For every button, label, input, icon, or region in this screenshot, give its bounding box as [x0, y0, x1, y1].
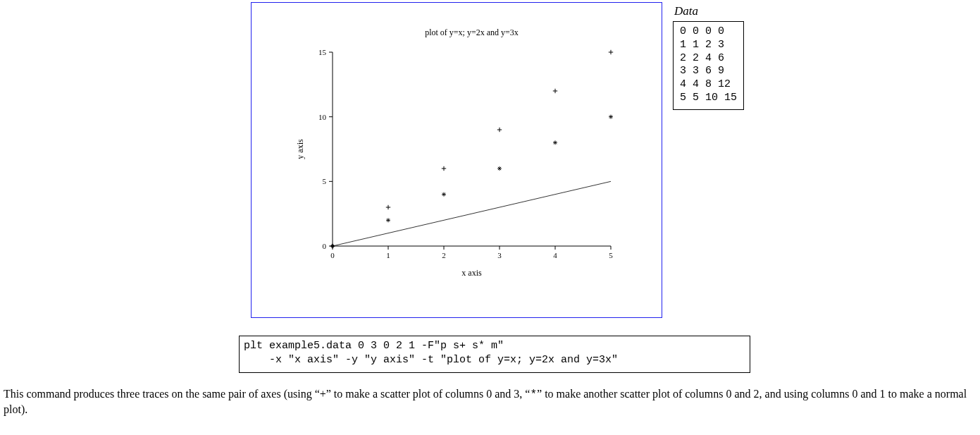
- marker-plus: [330, 244, 335, 248]
- svg-text:15: 15: [318, 48, 327, 56]
- command-line-2: -x "x axis" -y "y axis" -t "plot of y=x;…: [244, 354, 618, 366]
- data-heading: Data: [674, 4, 698, 18]
- marker-plus: [553, 89, 557, 93]
- svg-text:10: 10: [318, 113, 327, 121]
- chart-title: plot of y=x; y=2x and y=3x: [425, 27, 519, 37]
- svg-text:0: 0: [330, 251, 335, 259]
- svg-text:2: 2: [442, 251, 446, 259]
- caption-code-star: *: [530, 388, 537, 401]
- marker-plus: [386, 205, 390, 209]
- chart-svg: plot of y=x; y=2x and y=3x012345051015x …: [252, 3, 662, 317]
- svg-text:3: 3: [497, 251, 502, 259]
- svg-text:0: 0: [323, 242, 327, 250]
- svg-text:4: 4: [553, 251, 557, 259]
- marker-plus: [497, 128, 502, 132]
- chart-container: plot of y=x; y=2x and y=3x012345051015x …: [251, 2, 662, 318]
- caption-part-a: This command produces three traces on th…: [4, 388, 530, 400]
- marker-star: [553, 140, 557, 145]
- svg-text:1: 1: [386, 251, 390, 259]
- marker-star: [497, 166, 502, 171]
- axes: [333, 52, 611, 246]
- svg-text:5: 5: [609, 251, 613, 259]
- command-line-1: plt example5.data 0 3 0 2 1 -F"p s+ s* m…: [244, 340, 504, 352]
- series-line: [333, 181, 611, 246]
- x-axis-label: x axis: [461, 268, 482, 278]
- marker-star: [609, 115, 613, 119]
- marker-plus: [609, 50, 613, 54]
- caption: This command produces three traces on th…: [4, 387, 976, 417]
- y-axis-label: y axis: [295, 139, 305, 159]
- data-table: 0 0 0 0 1 1 2 3 2 2 4 6 3 3 6 9 4 4 8 12…: [673, 21, 744, 110]
- svg-text:5: 5: [323, 177, 327, 185]
- marker-star: [386, 218, 390, 222]
- marker-star: [442, 192, 446, 197]
- marker-plus: [442, 166, 446, 171]
- command-box: plt example5.data 0 3 0 2 1 -F"p s+ s* m…: [239, 336, 750, 373]
